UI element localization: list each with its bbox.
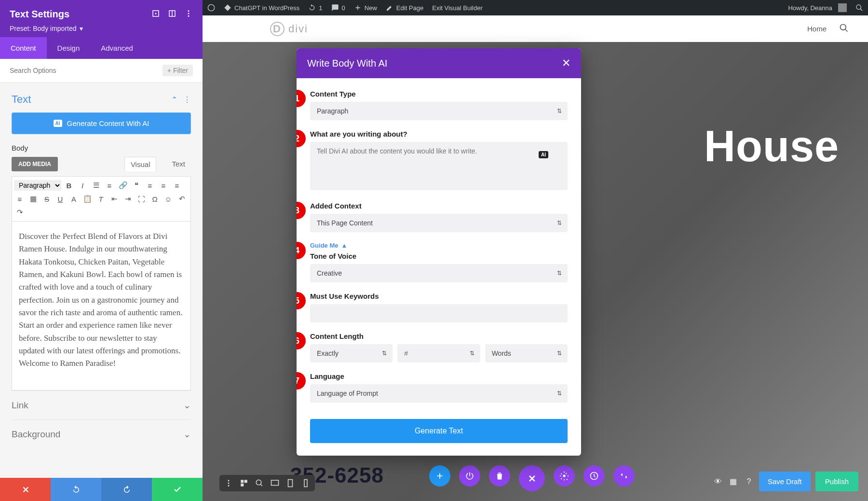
ai-chip-icon[interactable]: AI xyxy=(539,151,548,158)
wp-new[interactable]: New xyxy=(354,4,377,12)
undo-icon[interactable]: ↶ xyxy=(176,193,188,205)
site-header: Ddivi Home xyxy=(203,15,868,42)
emoji-icon[interactable]: ☺ xyxy=(163,193,174,205)
wp-howdy[interactable]: Howdy, Deanna xyxy=(788,3,847,12)
about-textarea[interactable] xyxy=(310,142,568,190)
language-select[interactable]: Language of Prompt xyxy=(310,384,568,403)
preset-selector[interactable]: Preset: Body imported ▾ xyxy=(10,25,193,32)
cancel-button[interactable] xyxy=(0,478,51,501)
help-icon[interactable]: ? xyxy=(744,476,754,487)
hero-title: House xyxy=(704,122,839,171)
textcolor-icon[interactable]: A xyxy=(68,193,80,205)
desktop-icon[interactable] xyxy=(271,479,279,487)
length-number-input[interactable] xyxy=(397,344,480,362)
align-right-icon[interactable]: ≡ xyxy=(171,180,183,191)
omega-icon[interactable]: Ω xyxy=(149,193,161,205)
wp-site-name[interactable]: ChatGPT in WordPress xyxy=(224,4,299,12)
context-select[interactable]: This Page Content xyxy=(310,214,568,232)
wp-edit-page[interactable]: Edit Page xyxy=(386,4,423,12)
section-link[interactable]: Link⌄ xyxy=(12,390,191,419)
fullscreen-icon[interactable]: ⛶ xyxy=(136,193,147,205)
content-type-label: Content Type xyxy=(310,90,568,98)
format-select[interactable]: Paragraph xyxy=(14,180,61,191)
nav-home[interactable]: Home xyxy=(807,25,827,33)
section-background[interactable]: Background⌄ xyxy=(12,419,191,448)
keywords-input[interactable] xyxy=(310,304,568,322)
wp-comments[interactable]: 0 xyxy=(331,4,345,12)
add-circle-button[interactable] xyxy=(429,465,450,487)
wp-logo-icon[interactable] xyxy=(207,4,215,12)
tab-content[interactable]: Content xyxy=(0,37,47,59)
generate-text-button[interactable]: Generate Text xyxy=(310,419,568,443)
link-icon[interactable]: 🔗 xyxy=(117,180,129,191)
redo-icon[interactable]: ↷ xyxy=(14,207,26,218)
clear-icon[interactable]: T xyxy=(95,193,107,205)
align-center-icon[interactable]: ≡ xyxy=(158,180,169,191)
outdent-icon[interactable]: ⇤ xyxy=(108,193,120,205)
wp-exit-builder[interactable]: Exit Visual Builder xyxy=(432,4,483,12)
divi-logo[interactable]: Ddivi xyxy=(270,22,308,36)
publish-button[interactable]: Publish xyxy=(815,472,858,491)
wp-updates[interactable]: 1 xyxy=(308,4,322,12)
filter-button[interactable]: + Filter xyxy=(163,65,193,76)
zoom-icon[interactable] xyxy=(255,479,264,487)
section-more-icon[interactable]: ⋮ xyxy=(183,95,191,104)
more-icon[interactable] xyxy=(184,9,193,20)
svg-point-6 xyxy=(155,13,157,14)
settings-sidebar: Text Settings Preset: Body imported ▾ Co… xyxy=(0,0,203,501)
strike-icon[interactable]: S xyxy=(41,193,53,205)
power-circle-button[interactable] xyxy=(459,465,480,487)
step-badge-6: 6 xyxy=(297,332,306,349)
editor-tab-text[interactable]: Text xyxy=(166,157,191,171)
settings-circle-button[interactable] xyxy=(554,465,575,487)
svg-rect-16 xyxy=(244,480,247,483)
tone-select[interactable]: Creative xyxy=(310,264,568,282)
history-circle-button[interactable] xyxy=(583,465,605,487)
save-button[interactable] xyxy=(152,478,203,501)
nav-search-icon[interactable] xyxy=(839,23,849,34)
trash-circle-button[interactable] xyxy=(489,465,510,487)
editor-content[interactable]: Discover the Perfect Blend of Flavors at… xyxy=(12,222,191,390)
length-mode-select[interactable]: Exactly xyxy=(310,344,393,362)
length-unit-select[interactable]: Words xyxy=(485,344,568,362)
wp-search-icon[interactable] xyxy=(855,4,863,12)
bold-icon[interactable]: B xyxy=(63,180,75,191)
redo-button[interactable] xyxy=(101,478,152,501)
keywords-label: Must Use Keywords xyxy=(310,292,568,300)
eye-icon[interactable]: 👁 xyxy=(713,476,723,487)
editor-tab-visual[interactable]: Visual xyxy=(124,157,157,171)
expand-icon[interactable] xyxy=(168,9,176,20)
tab-design[interactable]: Design xyxy=(47,37,91,59)
align-justify-icon[interactable]: ≡ xyxy=(14,193,26,205)
underline-icon[interactable]: U xyxy=(54,193,66,205)
content-type-select[interactable]: Paragraph xyxy=(310,102,568,120)
close-circle-button[interactable] xyxy=(519,465,545,491)
indent-icon[interactable]: ⇥ xyxy=(122,193,134,205)
more-vert-icon[interactable] xyxy=(224,479,233,487)
undo-button[interactable] xyxy=(51,478,101,501)
mobile-icon[interactable] xyxy=(301,479,310,487)
grid-icon[interactable]: ▦ xyxy=(728,476,739,487)
section-text-title[interactable]: Text xyxy=(12,93,31,106)
search-options-input[interactable] xyxy=(10,67,163,74)
context-label: Added Context xyxy=(310,202,568,210)
add-media-button[interactable]: ADD MEDIA xyxy=(12,157,58,171)
tablet-icon[interactable] xyxy=(286,479,295,487)
generate-content-ai-button[interactable]: AIGenerate Content With AI xyxy=(12,112,191,134)
ol-icon[interactable]: ≡ xyxy=(104,180,115,191)
guide-me-link[interactable]: Guide Me ▲ xyxy=(310,242,568,249)
wireframe-icon[interactable] xyxy=(240,479,248,487)
paste-icon[interactable]: 📋 xyxy=(81,193,93,205)
table-icon[interactable]: ▦ xyxy=(27,193,39,205)
save-draft-button[interactable]: Save Draft xyxy=(759,472,811,491)
italic-icon[interactable]: I xyxy=(77,180,88,191)
chevron-up-icon[interactable]: ⌃ xyxy=(171,95,177,104)
tab-advanced[interactable]: Advanced xyxy=(90,37,144,59)
align-left-icon[interactable]: ≡ xyxy=(144,180,156,191)
svg-point-3 xyxy=(841,25,846,30)
quote-icon[interactable]: ❝ xyxy=(131,180,142,191)
swap-circle-button[interactable] xyxy=(613,465,635,487)
ul-icon[interactable]: ☰ xyxy=(90,180,102,191)
close-icon[interactable]: ✕ xyxy=(562,57,570,70)
focus-icon[interactable] xyxy=(151,9,160,20)
